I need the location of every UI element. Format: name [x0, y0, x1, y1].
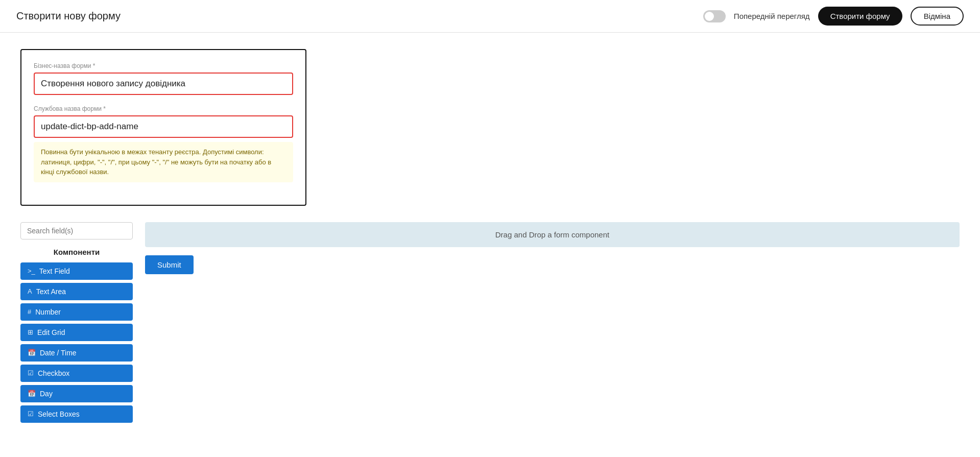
preview-toggle[interactable] — [703, 10, 726, 22]
edit-grid-icon: ⊞ — [28, 328, 33, 336]
header-actions: Попередній перегляд Створити форму Відмі… — [703, 7, 964, 26]
main-content: Бізнес-назва форми * Службова назва форм… — [0, 33, 980, 442]
service-name-input[interactable] — [34, 115, 293, 138]
cancel-button[interactable]: Відміна — [911, 7, 964, 26]
submit-button[interactable]: Submit — [145, 255, 194, 274]
service-name-hint: Повинна бути унікальною в межах тенанту … — [34, 142, 293, 182]
component-btn-date-time[interactable]: 📅Date / Time — [20, 344, 133, 362]
checkbox-icon: ☑ — [28, 369, 34, 377]
search-input[interactable] — [20, 222, 133, 239]
service-name-field-group: Службова назва форми * Повинна бути унік… — [34, 105, 293, 182]
create-form-button[interactable]: Створити форму — [818, 7, 902, 26]
business-name-label: Бізнес-назва форми * — [34, 62, 293, 69]
number-label: Number — [35, 308, 61, 316]
text-field-label: Text Field — [39, 267, 70, 275]
sidebar-heading: Компоненти — [20, 244, 133, 262]
text-field-icon: >_ — [28, 267, 35, 275]
toggle-slider — [703, 10, 726, 22]
day-label: Day — [40, 390, 53, 398]
component-btn-text-area[interactable]: AText Area — [20, 283, 133, 300]
preview-label: Попередній перегляд — [734, 12, 810, 20]
edit-grid-label: Edit Grid — [37, 328, 65, 336]
business-name-input[interactable] — [34, 73, 293, 95]
number-icon: # — [28, 308, 31, 316]
header: Створити нову форму Попередній перегляд … — [0, 0, 980, 33]
checkbox-label: Checkbox — [38, 369, 69, 377]
select-boxes-icon: ☑ — [28, 410, 34, 418]
drop-zone: Drag and Drop a form component — [145, 222, 960, 247]
component-btn-text-field[interactable]: >_Text Field — [20, 262, 133, 280]
business-name-field-group: Бізнес-назва форми * — [34, 62, 293, 95]
sidebar: Компоненти >_Text FieldAText Area#Number… — [20, 222, 133, 426]
day-icon: 📅 — [28, 390, 36, 397]
text-area-icon: A — [28, 287, 32, 295]
text-area-label: Text Area — [36, 287, 66, 296]
component-btn-day[interactable]: 📅Day — [20, 385, 133, 402]
date-time-icon: 📅 — [28, 349, 36, 356]
component-btn-checkbox[interactable]: ☑Checkbox — [20, 365, 133, 382]
select-boxes-label: Select Boxes — [38, 410, 80, 418]
form-card: Бізнес-назва форми * Службова назва форм… — [20, 49, 306, 206]
date-time-label: Date / Time — [40, 349, 77, 357]
bottom-section: Компоненти >_Text FieldAText Area#Number… — [20, 222, 960, 426]
drop-area-wrapper: Drag and Drop a form component Submit — [145, 222, 960, 274]
service-name-label: Службова назва форми * — [34, 105, 293, 112]
page-title: Створити нову форму — [16, 10, 121, 22]
component-btn-number[interactable]: #Number — [20, 303, 133, 321]
component-list: >_Text FieldAText Area#Number⊞Edit Grid📅… — [20, 262, 133, 423]
component-btn-edit-grid[interactable]: ⊞Edit Grid — [20, 324, 133, 341]
component-btn-select-boxes[interactable]: ☑Select Boxes — [20, 405, 133, 423]
